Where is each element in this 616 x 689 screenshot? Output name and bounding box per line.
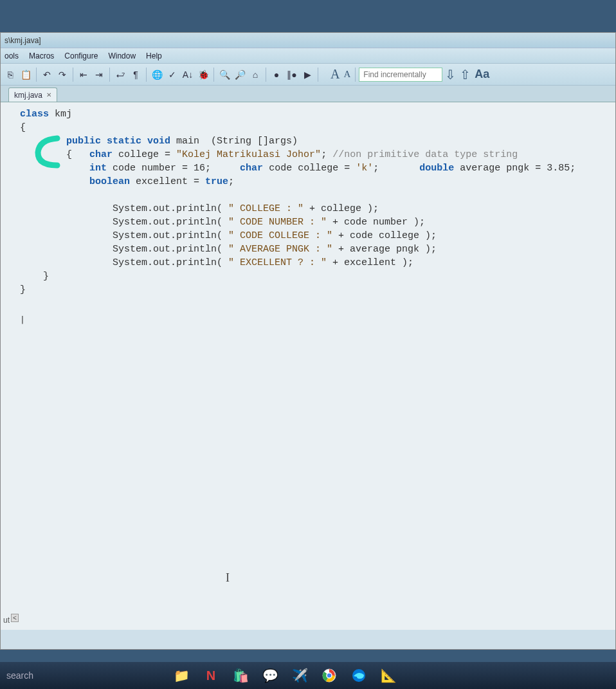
record-icon[interactable]: ● (269, 68, 284, 82)
font-decrease-button[interactable]: A (342, 69, 352, 80)
globe-icon[interactable]: 🌐 (150, 68, 164, 82)
telegram-icon[interactable]: ✈️ (291, 666, 309, 684)
pause-icon[interactable]: ‖● (285, 68, 299, 82)
chrome-icon[interactable] (320, 666, 338, 684)
paste-icon[interactable]: 📋 (19, 68, 33, 82)
match-case-button[interactable]: Aa (473, 68, 491, 81)
play-icon[interactable]: ▶ (300, 68, 314, 82)
font-increase-button[interactable]: A (329, 67, 341, 82)
tab-kmj-java[interactable]: kmj.java ✕ (8, 87, 57, 102)
menu-bar: ools Macros Configure Window Help (1, 48, 615, 64)
separator (266, 68, 266, 82)
separator (213, 68, 214, 82)
separator (109, 68, 110, 82)
svg-point-2 (327, 673, 332, 678)
annotation-mark (33, 134, 62, 169)
word-wrap-icon[interactable]: ⮐ (113, 68, 127, 82)
separator (355, 68, 356, 82)
separator (36, 68, 37, 82)
text-cursor: | (20, 315, 25, 324)
whatsapp-icon[interactable]: 💬 (261, 666, 279, 684)
copy-icon[interactable]: ⎘ (3, 68, 17, 82)
toolbar: ⎘ 📋 ↶ ↷ ⇤ ⇥ ⮐ ¶ 🌐 ✓ A↓ 🐞 🔍 🔎 ⌂ ● ‖● ▶ A … (1, 64, 615, 86)
menu-macros[interactable]: Macros (29, 48, 54, 63)
close-icon[interactable]: ✕ (46, 88, 51, 102)
separator (318, 68, 318, 82)
menu-configure[interactable]: Configure (64, 48, 98, 63)
taskbar-search[interactable]: search (6, 670, 33, 681)
undo-icon[interactable]: ↶ (40, 68, 54, 82)
tab-label: kmj.java (14, 88, 42, 102)
menu-window[interactable]: Window (108, 48, 136, 63)
redo-icon[interactable]: ↷ (55, 68, 69, 82)
app-icon[interactable]: 📐 (379, 666, 397, 684)
taskbar: search 📁 N 🛍️ 💬 ✈️ 📐 (0, 662, 616, 689)
separator (73, 68, 73, 82)
separator (146, 68, 147, 82)
code-text: class kmj { public static void main (Str… (1, 102, 615, 302)
file-explorer-icon[interactable]: 📁 (172, 666, 190, 684)
search-detail-icon[interactable]: 🔎 (233, 68, 247, 82)
tab-strip: kmj.java ✕ (1, 86, 615, 102)
home-icon[interactable]: ⌂ (248, 68, 262, 82)
sort-icon[interactable]: A↓ (181, 68, 195, 82)
debug-icon[interactable]: 🐞 (196, 68, 210, 82)
n-app-icon[interactable]: N (202, 666, 220, 684)
find-prev-icon[interactable]: ⇧ (458, 67, 472, 82)
menu-tools[interactable]: ools (5, 48, 19, 63)
menu-help[interactable]: Help (146, 48, 162, 63)
indent-right-icon[interactable]: ⇥ (92, 68, 106, 82)
indent-left-icon[interactable]: ⇤ (77, 68, 91, 82)
editor-area[interactable]: class kmj { public static void main (Str… (1, 102, 615, 630)
title-bar: s\kmj.java] (1, 33, 615, 48)
output-tab-label[interactable]: ut (1, 614, 12, 626)
ide-window: s\kmj.java] ools Macros Configure Window… (0, 32, 616, 650)
edge-icon[interactable] (350, 666, 368, 684)
store-icon[interactable]: 🛍️ (231, 666, 249, 684)
find-next-icon[interactable]: ⇩ (444, 67, 457, 82)
find-input[interactable] (359, 68, 442, 82)
pilcrow-icon[interactable]: ¶ (129, 68, 143, 82)
mouse-cursor-icon: I (226, 571, 230, 585)
zoom-icon[interactable]: 🔍 (217, 68, 231, 82)
spellcheck-icon[interactable]: ✓ (165, 68, 179, 82)
